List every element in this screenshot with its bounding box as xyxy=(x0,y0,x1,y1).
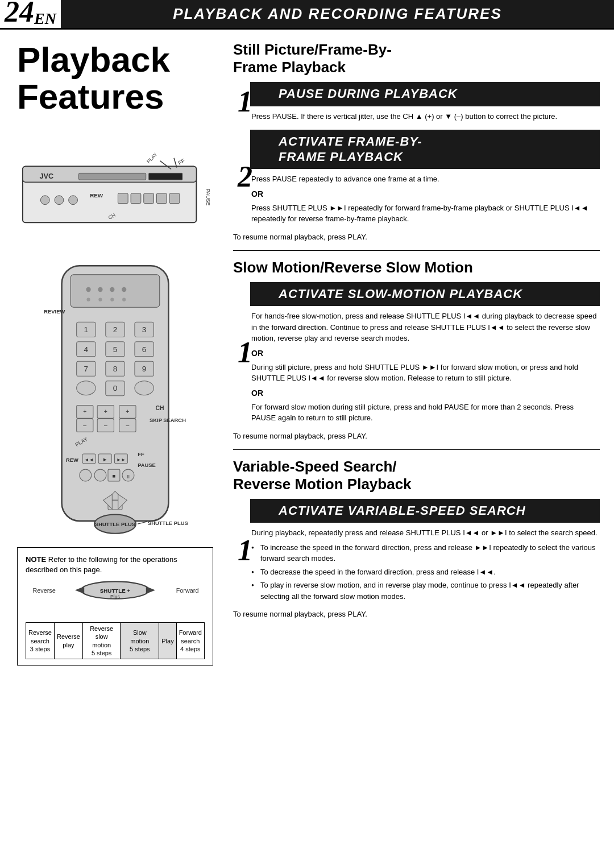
svg-text:PAUSE: PAUSE xyxy=(205,189,211,205)
svg-text:8: 8 xyxy=(113,365,118,373)
svg-rect-9 xyxy=(118,193,128,204)
svg-text:PLAY: PLAY xyxy=(146,152,159,165)
svg-point-28 xyxy=(110,298,114,301)
svg-text:6: 6 xyxy=(142,345,147,354)
vcr-illustration: JVC REW FF PLAY xyxy=(17,126,213,251)
svg-text:+: + xyxy=(104,408,107,415)
varsearch-step1-wrapper: 1 ACTIVATE VARIABLE-SPEED SEARCH During … xyxy=(250,499,600,602)
svg-text:Plus: Plus xyxy=(110,593,121,599)
svg-text:■: ■ xyxy=(113,473,116,479)
section1-resume: To resume normal playback, press PLAY. xyxy=(233,233,600,241)
svg-text:+: + xyxy=(83,408,86,415)
header-title: PLAYBACK AND RECORDING FEATURES xyxy=(173,5,502,23)
bullet-3: To play in reverse slow motion, and in r… xyxy=(251,580,600,602)
svg-text:7: 7 xyxy=(84,365,89,373)
svg-text:5: 5 xyxy=(113,345,118,354)
step2-wrapper: 2 ACTIVATE FRAME-BY- FRAME PLAYBACK Pres… xyxy=(250,130,600,224)
slowmo-step1-box: ACTIVATE SLOW-MOTION PLAYBACK xyxy=(250,282,600,306)
svg-point-26 xyxy=(86,298,90,301)
svg-text:SHUTTLE PLUS: SHUTTLE PLUS xyxy=(148,520,188,526)
step1-content: Press PAUSE. If there is vertical jitter… xyxy=(250,106,600,122)
svg-text:+: + xyxy=(126,408,129,415)
svg-text:SHUTTLE +: SHUTTLE + xyxy=(100,587,131,593)
svg-point-24 xyxy=(110,287,114,292)
step2-text-alt: Press SHUTTLE PLUS ►►I repeatedly for fo… xyxy=(251,202,600,225)
step2-text-main: Press PAUSE repeatedly to advance one fr… xyxy=(251,173,600,185)
header-title-bar: PLAYBACK AND RECORDING FEATURES xyxy=(61,0,614,28)
svg-text:2: 2 xyxy=(113,325,118,334)
remote-illustration: 1 2 3 4 5 6 7 8 9 xyxy=(17,263,213,536)
slowmo-text-or1: During still picture, press and hold SHU… xyxy=(251,362,600,384)
svg-text:Reverse: Reverse xyxy=(32,586,55,593)
svg-rect-12 xyxy=(156,193,167,204)
svg-point-22 xyxy=(86,287,90,292)
slowmo-step1-content: For hands-free slow-motion, press and re… xyxy=(250,306,600,424)
svg-text:◄◄: ◄◄ xyxy=(84,457,94,462)
svg-rect-11 xyxy=(144,193,154,204)
slowmo-or1: OR xyxy=(251,348,600,359)
svg-point-27 xyxy=(98,298,102,301)
shuttle-mode-table: Reversesearch3 steps Reverseplay Reverse… xyxy=(26,622,205,659)
svg-text:FF: FF xyxy=(138,451,144,457)
svg-rect-13 xyxy=(169,193,180,204)
step2-title: ACTIVATE FRAME-BY- FRAME PLAYBACK xyxy=(279,134,592,164)
bullet-2: To decrease the speed in the forward dir… xyxy=(251,567,600,578)
right-column: Still Picture/Frame-By- Frame Playback 1… xyxy=(222,30,614,685)
step2-box: ACTIVATE FRAME-BY- FRAME PLAYBACK xyxy=(250,130,600,169)
svg-rect-10 xyxy=(131,193,141,204)
svg-text:REW: REW xyxy=(90,192,103,199)
svg-text:JVC: JVC xyxy=(39,172,53,180)
svg-point-76 xyxy=(80,469,92,481)
svg-point-29 xyxy=(122,298,126,301)
left-column: Playback Features JVC REW xyxy=(0,30,222,685)
svg-point-48 xyxy=(77,381,96,395)
svg-point-7 xyxy=(69,196,78,205)
section2-resume: To resume normal playback, press PLAY. xyxy=(233,432,600,440)
svg-rect-4 xyxy=(149,173,182,180)
page-header: 24EN PLAYBACK AND RECORDING FEATURES xyxy=(0,0,614,30)
slowmo-step1-wrapper: 1 ACTIVATE SLOW-MOTION PLAYBACK For hand… xyxy=(250,282,600,424)
slowmo-step1-title: ACTIVATE SLOW-MOTION PLAYBACK xyxy=(279,287,592,301)
page-heading: Playback Features xyxy=(17,41,213,115)
svg-rect-3 xyxy=(78,173,146,180)
svg-text:SHUTTLE PLUS: SHUTTLE PLUS xyxy=(95,521,135,527)
section3-heading: Variable-Speed Search/ Reverse Motion Pl… xyxy=(233,458,600,493)
svg-text:–: – xyxy=(126,422,130,428)
section1-heading: Still Picture/Frame-By- Frame Playback xyxy=(233,41,600,76)
svg-text:FF: FF xyxy=(177,158,186,167)
svg-text:►: ► xyxy=(102,456,107,462)
step1-box: PAUSE DURING PLAYBACK xyxy=(250,82,600,106)
svg-text:0: 0 xyxy=(113,385,118,393)
step2-content: Press PAUSE repeatedly to advance one fr… xyxy=(250,169,600,225)
shuttle-diagram: SHUTTLE + Plus Reverse Forward Reversese… xyxy=(26,576,205,660)
section3-resume: To resume normal playback, press PLAY. xyxy=(233,610,600,618)
step1-text: Press PAUSE. If there is vertical jitter… xyxy=(251,111,600,122)
svg-marker-95 xyxy=(75,586,84,594)
svg-text:CH: CH xyxy=(155,405,164,411)
svg-text:REVIEW: REVIEW xyxy=(44,308,65,315)
svg-point-77 xyxy=(94,469,106,481)
slowmo-or2: OR xyxy=(251,387,600,399)
note-text: NOTE Refer to the following for the oper… xyxy=(26,555,205,575)
svg-text:►►: ►► xyxy=(117,457,126,462)
svg-text:–: – xyxy=(104,422,107,428)
svg-point-25 xyxy=(122,287,126,292)
varsearch-text-main: During playback, repeatedly press and re… xyxy=(251,527,600,539)
svg-text:REW: REW xyxy=(66,457,78,463)
slowmo-text-or2: For forward slow motion during still pic… xyxy=(251,402,600,424)
svg-marker-96 xyxy=(146,586,155,594)
divider1 xyxy=(233,250,600,251)
svg-point-51 xyxy=(135,381,154,395)
varsearch-step1-box: ACTIVATE VARIABLE-SPEED SEARCH xyxy=(250,499,600,523)
note-box: NOTE Refer to the following for the oper… xyxy=(17,547,213,666)
svg-line-91 xyxy=(138,522,147,524)
svg-text:Forward: Forward xyxy=(176,586,199,593)
bullet-1: To increase the speed in the forward dir… xyxy=(251,542,600,564)
step1-wrapper: 1 PAUSE DURING PLAYBACK Press PAUSE. If … xyxy=(250,82,600,122)
page-number: 24EN xyxy=(0,0,61,28)
step2-or: OR xyxy=(251,188,600,200)
main-content: Playback Features JVC REW xyxy=(0,30,614,685)
svg-text:SKIP SEARCH: SKIP SEARCH xyxy=(150,417,186,423)
section2-heading: Slow Motion/Reverse Slow Motion xyxy=(233,259,600,276)
varsearch-step1-content: During playback, repeatedly press and re… xyxy=(250,523,600,602)
